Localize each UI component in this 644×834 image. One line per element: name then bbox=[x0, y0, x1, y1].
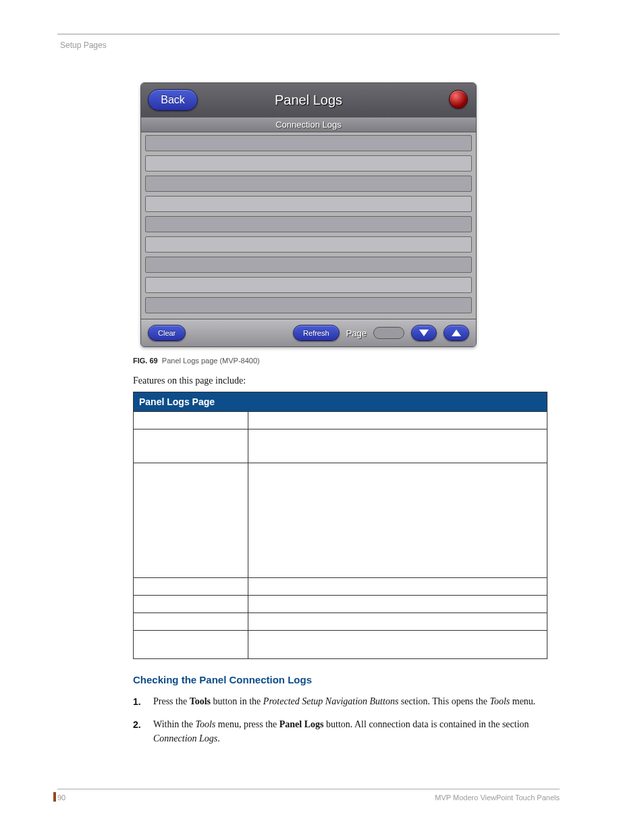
log-row bbox=[145, 196, 472, 212]
log-row bbox=[145, 236, 472, 253]
figure-caption: FIG. 69 Panel Logs page (MVP-8400) bbox=[133, 357, 560, 365]
page-readout bbox=[373, 327, 404, 339]
status-indicator-icon bbox=[449, 90, 468, 109]
steps-list: 1. Press the Tools button in the Protect… bbox=[133, 695, 547, 746]
features-table: Panel Logs Page bbox=[133, 392, 547, 659]
chevron-down-icon bbox=[419, 330, 429, 336]
step-text: Within the Tools menu, press the Panel L… bbox=[153, 718, 547, 746]
connection-logs-header: Connection Logs bbox=[141, 117, 476, 132]
log-row bbox=[145, 216, 472, 232]
log-row bbox=[145, 135, 472, 151]
step-number: 2. bbox=[133, 718, 145, 746]
section-header: Setup Pages bbox=[60, 41, 560, 50]
panel-footer: Clear Refresh Page bbox=[141, 319, 476, 346]
log-row bbox=[145, 297, 472, 313]
log-rows bbox=[141, 132, 476, 319]
page-number: 90 bbox=[57, 793, 65, 802]
subheading: Checking the Panel Connection Logs bbox=[133, 674, 560, 685]
page-down-button[interactable] bbox=[411, 325, 437, 341]
chevron-up-icon bbox=[452, 330, 461, 336]
panel-titlebar: Back Panel Logs bbox=[141, 83, 476, 117]
refresh-button[interactable]: Refresh bbox=[293, 325, 340, 341]
page-label: Page bbox=[346, 328, 367, 338]
log-row bbox=[145, 257, 472, 273]
list-item: 1. Press the Tools button in the Protect… bbox=[133, 695, 547, 708]
step-number: 1. bbox=[133, 695, 145, 708]
table-title: Panel Logs Page bbox=[134, 392, 547, 412]
step-text: Press the Tools button in the Protected … bbox=[153, 695, 535, 708]
clear-button[interactable]: Clear bbox=[148, 325, 186, 341]
log-row bbox=[145, 155, 472, 172]
features-intro: Features on this page include: bbox=[133, 375, 560, 386]
log-row bbox=[145, 176, 472, 192]
figure-number: FIG. 69 bbox=[133, 357, 158, 365]
page-up-button[interactable] bbox=[444, 325, 469, 341]
doc-title: MVP Modero ViewPoint Touch Panels bbox=[435, 793, 560, 802]
log-row bbox=[145, 277, 472, 293]
list-item: 2. Within the Tools menu, press the Pane… bbox=[133, 718, 547, 746]
panel-logs-screenshot: Back Panel Logs Connection Logs Clear Re… bbox=[140, 82, 477, 347]
figure-text: Panel Logs page (MVP-8400) bbox=[162, 357, 260, 365]
back-button[interactable]: Back bbox=[148, 89, 198, 111]
page-footer: 90 MVP Modero ViewPoint Touch Panels bbox=[57, 789, 560, 802]
